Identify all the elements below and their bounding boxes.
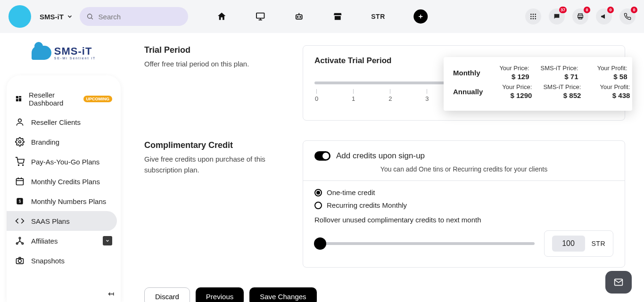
chat-icon[interactable]: 37 — [549, 8, 565, 24]
calendar-icon — [15, 177, 25, 186]
previous-button[interactable]: Previous — [196, 287, 244, 302]
sidebar-item-branding[interactable]: Branding — [7, 132, 121, 152]
sidebar-item-affiliates[interactable]: Affiliates — [7, 231, 121, 251]
sidebar-item-label: Pay-As-You-Go Plans — [31, 158, 99, 166]
print-badge: 0 — [584, 7, 590, 13]
brand-logo[interactable]: SMS-iT SE-Mi Sentient iT — [14, 41, 113, 64]
search-input-wrap[interactable] — [80, 7, 188, 26]
footer-buttons: Discard Previous Save Changes — [144, 287, 625, 302]
cloud-icon — [32, 46, 51, 60]
svg-rect-31 — [17, 179, 24, 185]
nav-str[interactable]: STR — [371, 13, 385, 20]
logo-tagline: SE-Mi Sentient iT — [54, 57, 96, 60]
sidebar-item-saas-plans[interactable]: SAAS Plans — [7, 211, 117, 231]
trial-desc: Offer free trial period on this plan. — [144, 59, 286, 70]
print-icon[interactable]: 0 — [572, 8, 588, 24]
svg-point-19 — [535, 18, 536, 19]
save-button[interactable]: Save Changes — [249, 287, 316, 302]
robot-icon[interactable] — [294, 11, 304, 22]
slider-thumb[interactable] — [314, 237, 326, 250]
svg-text:$: $ — [19, 199, 21, 204]
svg-point-12 — [533, 14, 534, 15]
discard-button[interactable]: Discard — [144, 287, 190, 302]
svg-point-27 — [18, 119, 22, 122]
svg-point-14 — [530, 16, 532, 17]
search-icon — [86, 12, 94, 21]
svg-point-39 — [22, 243, 23, 244]
number-icon: $ — [15, 196, 25, 206]
svg-point-11 — [530, 14, 532, 15]
sidebar-item-monthly-numbers[interactable]: $ Monthly Numbers Plans — [7, 191, 121, 211]
add-credits-toggle[interactable] — [314, 151, 330, 161]
desktop-icon[interactable] — [255, 11, 265, 22]
sidebar-item-label: Monthly Credits Plans — [31, 178, 100, 186]
sidebar-item-monthly-credits[interactable]: Monthly Credits Plans — [7, 171, 121, 191]
apps-grid-icon[interactable] — [525, 8, 541, 24]
svg-point-15 — [533, 16, 534, 17]
sidebar-menu: Reseller Dashboard UPCOMING Reseller Cli… — [7, 75, 121, 302]
trial-title: Trial Period — [144, 45, 286, 55]
svg-rect-2 — [256, 13, 264, 18]
credit-slider[interactable] — [314, 242, 535, 245]
sidebar-item-reseller-dashboard[interactable]: Reseller Dashboard UPCOMING — [7, 86, 121, 112]
svg-point-18 — [533, 18, 534, 19]
svg-rect-23 — [16, 96, 18, 98]
clients-icon — [15, 117, 25, 127]
collapse-sidebar-icon[interactable]: ↤ — [108, 289, 114, 298]
affiliates-icon — [15, 236, 25, 245]
pricing-row-label: Monthly — [453, 69, 480, 77]
sidebar-item-label: Snapshots — [31, 257, 65, 265]
credit-unit: STR — [592, 240, 606, 247]
compl-sub: You can add One tins or Recurring credit… — [314, 165, 613, 173]
upcoming-chip: UPCOMING — [83, 96, 113, 102]
trial-section: Trial Period Offer free trial period on … — [144, 45, 625, 121]
svg-point-7 — [300, 16, 301, 17]
search-input[interactable] — [99, 13, 182, 21]
sidebar-item-snapshots[interactable]: Snapshots — [7, 251, 121, 270]
camera-icon — [15, 256, 25, 265]
app-switcher[interactable]: SMS-iT — [40, 13, 73, 21]
topnav: STR — [216, 9, 428, 24]
home-icon[interactable] — [216, 11, 227, 22]
megaphone-icon[interactable]: 0 — [596, 8, 612, 24]
radio-recurring[interactable]: Recurring credits Monthly — [314, 201, 613, 209]
pricing-row-label: Annually — [453, 88, 483, 96]
sidebar-item-payg[interactable]: Pay-As-You-Go Plans — [7, 152, 121, 171]
chat-badge: 37 — [559, 7, 567, 13]
radio-label: Recurring credits Monthly — [327, 201, 407, 209]
svg-point-6 — [297, 16, 298, 17]
svg-point-16 — [535, 16, 536, 17]
svg-point-38 — [17, 243, 18, 244]
add-button[interactable] — [413, 9, 428, 24]
phone-icon[interactable]: 0 — [619, 8, 636, 24]
svg-rect-24 — [19, 96, 21, 98]
phone-badge: 0 — [631, 7, 637, 13]
svg-point-37 — [19, 237, 20, 239]
credit-value-box: 100 STR — [544, 230, 614, 257]
chevron-down-icon — [66, 13, 73, 20]
svg-rect-26 — [16, 99, 18, 102]
announce-badge: 0 — [607, 7, 614, 13]
sidebar-item-label: Reseller Dashboard — [29, 91, 75, 107]
support-mail-button[interactable] — [605, 271, 632, 294]
logo-text: SMS-iT — [54, 45, 92, 57]
svg-point-30 — [23, 165, 24, 166]
avatar[interactable] — [8, 5, 31, 28]
sidebar-item-reseller-clients[interactable]: Reseller Clients — [7, 112, 121, 132]
app-name: SMS-iT — [40, 13, 64, 21]
credit-value[interactable]: 100 — [552, 236, 585, 252]
radio-label: One-time credit — [327, 188, 375, 196]
divider — [303, 180, 625, 181]
complimentary-section: Complimentary Credit Give free credits u… — [144, 140, 625, 268]
topbar-right: 37 0 0 0 — [525, 8, 636, 24]
chevron-down-icon[interactable] — [103, 236, 112, 245]
topbar: SMS-iT STR 37 0 0 0 — [0, 0, 644, 33]
trial-card: Activate Trial Period 012345678 Monthly … — [303, 45, 625, 121]
svg-point-41 — [18, 260, 22, 263]
cart-icon — [15, 157, 25, 166]
radio-one-time[interactable]: One-time credit — [314, 188, 613, 196]
sidebar-item-label: Branding — [31, 138, 59, 146]
toggle-label: Add credits upon sign-up — [336, 151, 425, 161]
store-icon[interactable] — [332, 11, 343, 22]
complimentary-card: Add credits upon sign-up You can add One… — [303, 140, 625, 268]
